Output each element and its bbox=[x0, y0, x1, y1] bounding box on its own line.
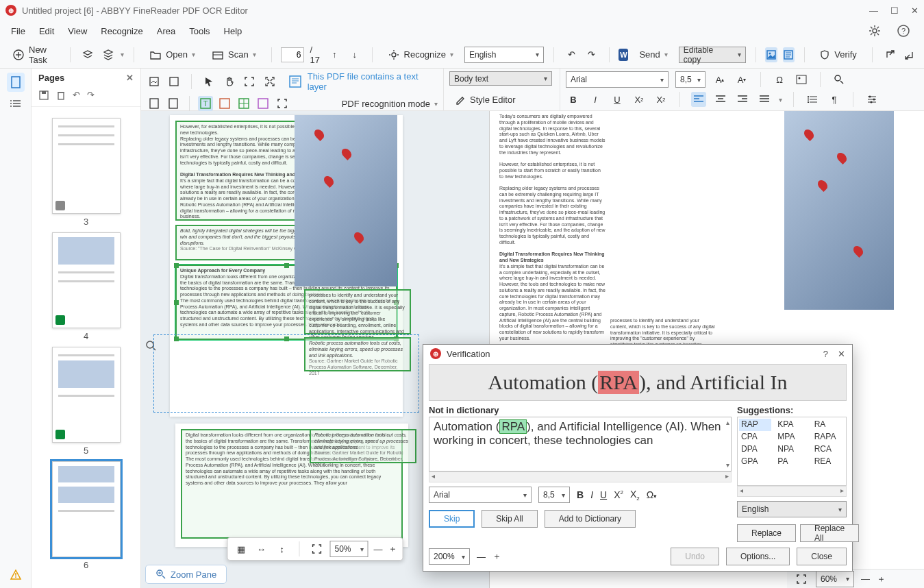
menu-recognize[interactable]: Recognize bbox=[101, 26, 142, 36]
fit-icon[interactable] bbox=[794, 572, 809, 587]
hand-icon[interactable] bbox=[222, 74, 237, 89]
options-button[interactable]: Options... bbox=[726, 548, 790, 565]
italic-icon[interactable]: I bbox=[590, 489, 593, 500]
arrow-in-icon[interactable] bbox=[902, 45, 917, 64]
verify-size-combo[interactable]: 8,5 bbox=[538, 487, 570, 503]
zoom-out-icon[interactable]: — bbox=[477, 552, 486, 562]
zoom-pane-button[interactable]: Zoom Pane bbox=[145, 565, 227, 584]
align-justify-icon[interactable] bbox=[757, 92, 772, 107]
recognize-button[interactable]: Recognize ▾ bbox=[382, 46, 459, 64]
verify-zoom-combo[interactable]: 200% bbox=[429, 548, 470, 565]
align-center-icon[interactable] bbox=[713, 92, 728, 107]
menu-help[interactable]: Help bbox=[224, 26, 242, 36]
expand-icon[interactable] bbox=[262, 74, 277, 89]
align-right-icon[interactable] bbox=[735, 92, 750, 107]
send-button[interactable]: Send ▾ bbox=[634, 47, 673, 62]
superscript-icon[interactable]: X2 bbox=[614, 489, 623, 500]
menu-area[interactable]: Area bbox=[157, 26, 175, 36]
gear-icon[interactable] bbox=[865, 21, 884, 40]
text-area-icon[interactable]: T bbox=[198, 96, 213, 111]
skip-button[interactable]: Skip bbox=[429, 510, 475, 528]
suggestions-list[interactable]: RAP KPA RA CPA MPA RAPA DPA NPA RCA GPA … bbox=[737, 417, 847, 486]
arrow-up-icon[interactable]: ↑ bbox=[327, 45, 342, 64]
superscript-icon[interactable]: X2 bbox=[632, 92, 647, 107]
bold-icon[interactable]: B bbox=[566, 92, 581, 107]
pointer-icon[interactable] bbox=[201, 74, 216, 89]
list-mode-icon[interactable] bbox=[10, 99, 22, 108]
italic-icon[interactable]: I bbox=[588, 92, 603, 107]
recognition-area-icon[interactable] bbox=[255, 96, 271, 111]
line-spacing-icon[interactable] bbox=[805, 92, 820, 107]
pdf-mode-label[interactable]: PDF recognition mode bbox=[342, 99, 430, 109]
warning-icon[interactable] bbox=[10, 569, 22, 581]
close-icon[interactable]: ✕ bbox=[838, 349, 845, 359]
page-a-icon[interactable] bbox=[147, 96, 162, 111]
undo-icon[interactable]: ↶ bbox=[73, 90, 80, 101]
replace-all-button[interactable]: Replace All bbox=[800, 524, 859, 542]
layout-2-icon[interactable]: ↔ bbox=[254, 541, 269, 556]
dec-font-icon[interactable]: A▾ bbox=[734, 72, 749, 87]
zoom-in-icon[interactable]: ＋ bbox=[388, 543, 397, 555]
add-dictionary-button[interactable]: Add to Dictionary bbox=[545, 510, 636, 528]
style-combo[interactable]: Body text bbox=[449, 71, 552, 86]
table-area-icon[interactable] bbox=[236, 96, 251, 111]
page-b-icon[interactable] bbox=[166, 96, 181, 111]
sliders-icon[interactable] bbox=[864, 92, 879, 107]
layout-1-icon[interactable]: ▦ bbox=[234, 541, 249, 556]
menu-tools[interactable]: Tools bbox=[189, 26, 210, 36]
fontsize-combo[interactable]: 8,5 bbox=[675, 71, 706, 88]
right-zoom-combo[interactable]: 60% bbox=[816, 571, 854, 587]
save-icon[interactable] bbox=[38, 90, 49, 101]
bold-icon[interactable]: B bbox=[577, 489, 584, 500]
zoom-in-icon[interactable]: ＋ bbox=[492, 550, 501, 563]
verification-textarea[interactable]: Automation (RPA), and Artificial Intelli… bbox=[429, 417, 732, 471]
corners-icon[interactable] bbox=[242, 74, 257, 89]
redo-icon[interactable]: ↷ bbox=[87, 90, 95, 101]
text-pane-icon[interactable] bbox=[783, 47, 795, 62]
pilcrow-icon[interactable]: ¶ bbox=[827, 92, 842, 107]
search-icon[interactable] bbox=[832, 72, 847, 87]
close-icon[interactable]: ✕ bbox=[911, 5, 919, 16]
new-task-button[interactable]: New Task bbox=[7, 42, 60, 68]
help-icon[interactable]: ? bbox=[823, 349, 828, 359]
editable-copy-combo[interactable]: Editable copy bbox=[679, 47, 746, 63]
horizontal-scrollbar[interactable] bbox=[429, 471, 732, 482]
font-combo[interactable]: Arial bbox=[566, 71, 669, 88]
arrow-down-icon[interactable]: ↓ bbox=[347, 45, 362, 64]
undo-icon[interactable]: ↶ bbox=[564, 45, 579, 64]
omega-icon[interactable]: Ω bbox=[772, 72, 787, 87]
omega-icon[interactable]: Ω▾ bbox=[647, 489, 657, 500]
draw-area-icon[interactable] bbox=[147, 74, 162, 89]
page-thumb-3[interactable] bbox=[52, 118, 121, 214]
zoom-out-icon[interactable]: — bbox=[374, 544, 383, 554]
replace-button[interactable]: Replace bbox=[737, 524, 796, 542]
move-area-icon[interactable] bbox=[167, 74, 182, 89]
fit-icon[interactable] bbox=[310, 541, 325, 556]
page-mode-icon[interactable] bbox=[7, 73, 25, 92]
style-editor-button[interactable]: Style Editor bbox=[449, 91, 554, 108]
language-combo[interactable]: English bbox=[464, 47, 544, 63]
page-thumb-5[interactable] bbox=[52, 347, 121, 443]
corners-2-icon[interactable] bbox=[275, 96, 290, 111]
verify-font-combo[interactable]: Arial bbox=[429, 487, 532, 503]
underline-icon[interactable]: U bbox=[600, 489, 607, 500]
menu-file[interactable]: File bbox=[11, 26, 25, 36]
subscript-icon[interactable]: X2 bbox=[630, 489, 640, 502]
zoom-out-icon[interactable]: — bbox=[861, 574, 870, 584]
redo-icon[interactable]: ↷ bbox=[584, 45, 599, 64]
maximize-icon[interactable]: ☐ bbox=[890, 5, 899, 16]
zoom-combo[interactable]: 50% bbox=[330, 541, 369, 557]
sugg-scrollbar[interactable] bbox=[737, 486, 847, 497]
picture-insert-icon[interactable] bbox=[794, 72, 809, 87]
layout-3-icon[interactable]: ↕ bbox=[275, 541, 290, 556]
verify-lang-combo[interactable]: English bbox=[737, 501, 847, 517]
minimize-icon[interactable]: — bbox=[869, 5, 878, 16]
scan-button[interactable]: Scan ▾ bbox=[206, 47, 262, 63]
skip-all-button[interactable]: Skip All bbox=[482, 510, 537, 528]
close-button[interactable]: Close bbox=[797, 548, 847, 565]
menu-edit[interactable]: Edit bbox=[39, 26, 54, 36]
arrow-out-icon[interactable] bbox=[882, 45, 897, 64]
page-thumb-4[interactable] bbox=[52, 232, 121, 328]
zoom-in-icon[interactable]: ＋ bbox=[877, 573, 886, 585]
stack-2-icon[interactable] bbox=[101, 45, 116, 64]
